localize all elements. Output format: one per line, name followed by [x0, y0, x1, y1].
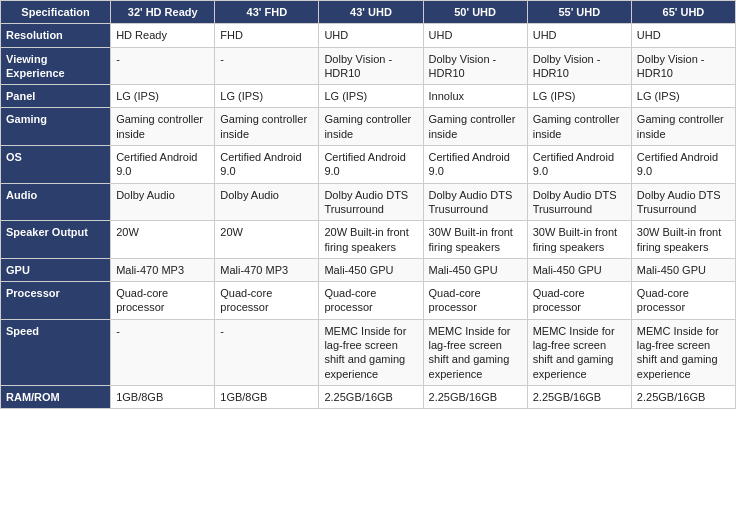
- cell-1-4: Dolby Vision - HDR10: [527, 47, 631, 85]
- cell-9-4: MEMC Inside for lag-free screen shift an…: [527, 319, 631, 385]
- cell-5-5: Dolby Audio DTS Trusurround: [631, 183, 735, 221]
- cell-5-1: Dolby Audio: [215, 183, 319, 221]
- cell-4-3: Certified Android 9.0: [423, 146, 527, 184]
- spec-label-4: OS: [1, 146, 111, 184]
- spec-label-8: Processor: [1, 282, 111, 320]
- cell-5-0: Dolby Audio: [111, 183, 215, 221]
- cell-10-2: 2.25GB/16GB: [319, 385, 423, 408]
- cell-10-3: 2.25GB/16GB: [423, 385, 527, 408]
- cell-10-0: 1GB/8GB: [111, 385, 215, 408]
- cell-9-1: -: [215, 319, 319, 385]
- table-row: AudioDolby AudioDolby AudioDolby Audio D…: [1, 183, 736, 221]
- spec-label-6: Speaker Output: [1, 221, 111, 259]
- cell-4-2: Certified Android 9.0: [319, 146, 423, 184]
- cell-8-0: Quad-core processor: [111, 282, 215, 320]
- table-row: GPUMali-470 MP3Mali-470 MP3Mali-450 GPUM…: [1, 258, 736, 281]
- cell-8-1: Quad-core processor: [215, 282, 319, 320]
- cell-1-3: Dolby Vision - HDR10: [423, 47, 527, 85]
- cell-3-4: Gaming controller inside: [527, 108, 631, 146]
- cell-4-4: Certified Android 9.0: [527, 146, 631, 184]
- cell-8-4: Quad-core processor: [527, 282, 631, 320]
- model-header-2: 43' FHD: [215, 1, 319, 24]
- cell-6-3: 30W Built-in front firing speakers: [423, 221, 527, 259]
- cell-7-4: Mali-450 GPU: [527, 258, 631, 281]
- spec-label-2: Panel: [1, 85, 111, 108]
- cell-6-0: 20W: [111, 221, 215, 259]
- cell-9-3: MEMC Inside for lag-free screen shift an…: [423, 319, 527, 385]
- cell-6-1: 20W: [215, 221, 319, 259]
- cell-8-3: Quad-core processor: [423, 282, 527, 320]
- cell-0-3: UHD: [423, 24, 527, 47]
- cell-1-5: Dolby Vision - HDR10: [631, 47, 735, 85]
- cell-2-0: LG (IPS): [111, 85, 215, 108]
- table-row: Speaker Output20W20W20W Built-in front f…: [1, 221, 736, 259]
- cell-9-5: MEMC Inside for lag-free screen shift an…: [631, 319, 735, 385]
- cell-9-0: -: [111, 319, 215, 385]
- cell-2-2: LG (IPS): [319, 85, 423, 108]
- cell-4-0: Certified Android 9.0: [111, 146, 215, 184]
- cell-2-3: Innolux: [423, 85, 527, 108]
- cell-7-5: Mali-450 GPU: [631, 258, 735, 281]
- header-row: Specification32' HD Ready43' FHD43' UHD5…: [1, 1, 736, 24]
- table-row: RAM/ROM1GB/8GB1GB/8GB2.25GB/16GB2.25GB/1…: [1, 385, 736, 408]
- table-row: ResolutionHD ReadyFHDUHDUHDUHDUHD: [1, 24, 736, 47]
- cell-0-2: UHD: [319, 24, 423, 47]
- cell-5-2: Dolby Audio DTS Trusurround: [319, 183, 423, 221]
- cell-2-1: LG (IPS): [215, 85, 319, 108]
- model-header-6: 65' UHD: [631, 1, 735, 24]
- table-row: GamingGaming controller insideGaming con…: [1, 108, 736, 146]
- cell-5-4: Dolby Audio DTS Trusurround: [527, 183, 631, 221]
- model-header-1: 32' HD Ready: [111, 1, 215, 24]
- cell-7-1: Mali-470 MP3: [215, 258, 319, 281]
- cell-1-1: -: [215, 47, 319, 85]
- spec-label-9: Speed: [1, 319, 111, 385]
- cell-9-2: MEMC Inside for lag-free screen shift an…: [319, 319, 423, 385]
- cell-0-1: FHD: [215, 24, 319, 47]
- cell-3-2: Gaming controller inside: [319, 108, 423, 146]
- spec-label-5: Audio: [1, 183, 111, 221]
- cell-7-2: Mali-450 GPU: [319, 258, 423, 281]
- cell-8-2: Quad-core processor: [319, 282, 423, 320]
- spec-label-7: GPU: [1, 258, 111, 281]
- table-body: ResolutionHD ReadyFHDUHDUHDUHDUHDViewing…: [1, 24, 736, 409]
- cell-6-4: 30W Built-in front firing speakers: [527, 221, 631, 259]
- model-header-5: 55' UHD: [527, 1, 631, 24]
- table-row: Speed--MEMC Inside for lag-free screen s…: [1, 319, 736, 385]
- table-row: OSCertified Android 9.0Certified Android…: [1, 146, 736, 184]
- spec-label-1: Viewing Experience: [1, 47, 111, 85]
- cell-10-1: 1GB/8GB: [215, 385, 319, 408]
- cell-1-0: -: [111, 47, 215, 85]
- table-row: ProcessorQuad-core processorQuad-core pr…: [1, 282, 736, 320]
- spec-label-10: RAM/ROM: [1, 385, 111, 408]
- cell-7-0: Mali-470 MP3: [111, 258, 215, 281]
- cell-0-5: UHD: [631, 24, 735, 47]
- cell-2-5: LG (IPS): [631, 85, 735, 108]
- cell-3-3: Gaming controller inside: [423, 108, 527, 146]
- cell-5-3: Dolby Audio DTS Trusurround: [423, 183, 527, 221]
- cell-3-0: Gaming controller inside: [111, 108, 215, 146]
- model-header-3: 43' UHD: [319, 1, 423, 24]
- model-header-4: 50' UHD: [423, 1, 527, 24]
- cell-4-1: Certified Android 9.0: [215, 146, 319, 184]
- cell-8-5: Quad-core processor: [631, 282, 735, 320]
- cell-6-2: 20W Built-in front firing speakers: [319, 221, 423, 259]
- spec-label-3: Gaming: [1, 108, 111, 146]
- cell-4-5: Certified Android 9.0: [631, 146, 735, 184]
- spec-header: Specification: [1, 1, 111, 24]
- cell-2-4: LG (IPS): [527, 85, 631, 108]
- cell-10-4: 2.25GB/16GB: [527, 385, 631, 408]
- cell-0-0: HD Ready: [111, 24, 215, 47]
- cell-3-1: Gaming controller inside: [215, 108, 319, 146]
- cell-7-3: Mali-450 GPU: [423, 258, 527, 281]
- cell-0-4: UHD: [527, 24, 631, 47]
- cell-10-5: 2.25GB/16GB: [631, 385, 735, 408]
- cell-1-2: Dolby Vision - HDR10: [319, 47, 423, 85]
- comparison-table: Specification32' HD Ready43' FHD43' UHD5…: [0, 0, 736, 409]
- cell-3-5: Gaming controller inside: [631, 108, 735, 146]
- table-row: Viewing Experience--Dolby Vision - HDR10…: [1, 47, 736, 85]
- spec-label-0: Resolution: [1, 24, 111, 47]
- table-row: PanelLG (IPS)LG (IPS)LG (IPS)InnoluxLG (…: [1, 85, 736, 108]
- cell-6-5: 30W Built-in front firing speakers: [631, 221, 735, 259]
